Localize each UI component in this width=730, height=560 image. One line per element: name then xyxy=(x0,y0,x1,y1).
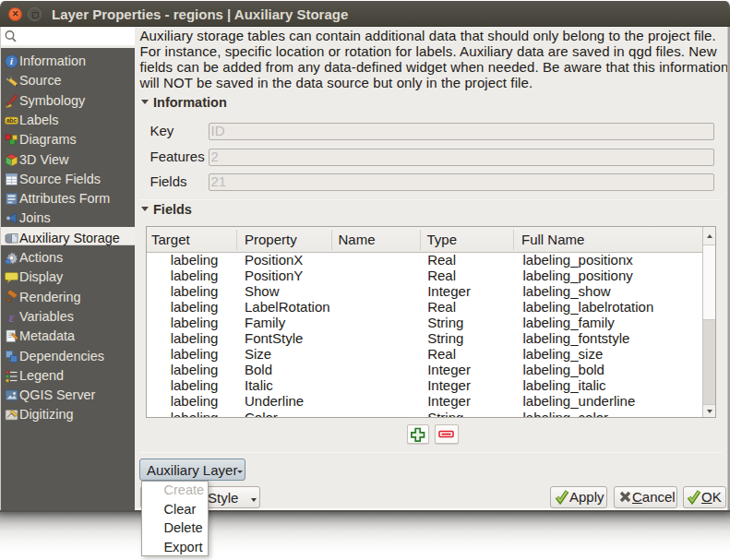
svg-text:ε: ε xyxy=(8,310,15,324)
svg-text:abc: abc xyxy=(6,117,17,124)
svg-text:i: i xyxy=(10,56,13,66)
